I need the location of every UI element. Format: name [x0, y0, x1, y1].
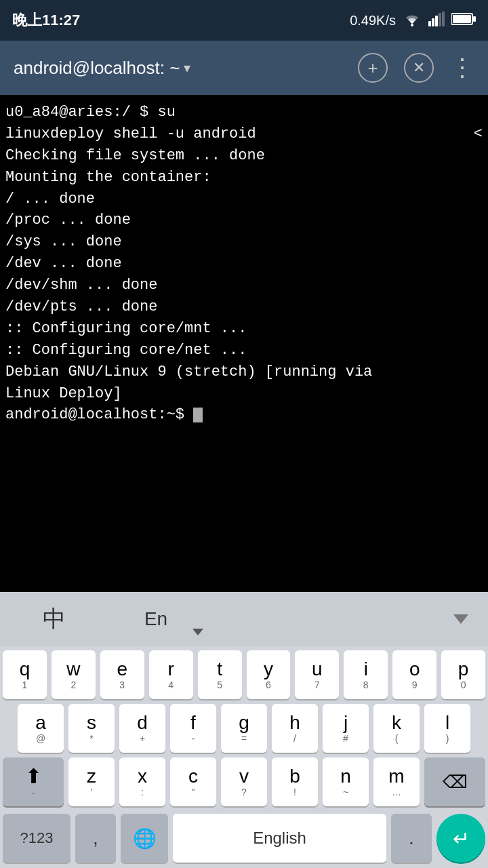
key-b[interactable]: b! [272, 757, 318, 806]
key-i[interactable]: i8 [344, 650, 388, 699]
terminal-header: android@localhost: ~ ▾ + ✕ ⋮ [0, 41, 488, 95]
status-time: 晚上11:27 [12, 10, 80, 31]
svg-rect-1 [428, 21, 431, 26]
more-menu-button[interactable]: ⋮ [450, 54, 474, 82]
terminal-title-text: android@localhost: ~ [14, 58, 180, 79]
wifi-icon [403, 12, 422, 30]
terminal-line: /dev ... done [5, 253, 483, 275]
globe-button[interactable]: 🌐 [121, 814, 168, 863]
svg-rect-7 [473, 16, 476, 22]
key-n[interactable]: n~ [323, 757, 369, 806]
key-j[interactable]: j# [323, 704, 369, 753]
terminal-line: /proc ... done [5, 210, 483, 231]
terminal-line: Debian GNU/Linux 9 (stretch) [running vi… [5, 361, 483, 383]
add-tab-button[interactable]: + [358, 53, 388, 83]
terminal-line: / ... done [5, 189, 483, 210]
ime-dropdown-button[interactable] [441, 599, 481, 639]
key-c[interactable]: c" [170, 757, 216, 806]
terminal-line: :: Configuring core/net ... [5, 340, 483, 361]
key-d[interactable]: d+ [119, 704, 165, 753]
ime-bar: 中 En [0, 592, 488, 646]
status-right: 0.49K/s [350, 12, 476, 30]
numbers-button[interactable]: ?123 [3, 814, 70, 863]
chevron-down-icon: ▾ [184, 60, 190, 76]
key-row-1: q1 w2 e3 r4 t5 y6 u7 i8 o9 p0 [3, 650, 485, 699]
key-t[interactable]: t5 [198, 650, 242, 699]
key-x[interactable]: x: [119, 757, 165, 806]
key-e[interactable]: e3 [100, 650, 144, 699]
key-m[interactable]: m… [373, 757, 420, 806]
key-k[interactable]: k( [373, 704, 420, 753]
key-row-2: a@ s* d+ f- g= h/ j# k( l) [3, 704, 485, 753]
terminal-line: Mounting the container: [5, 167, 483, 189]
status-bar: 晚上11:27 0.49K/s [0, 0, 488, 41]
terminal-body[interactable]: u0_a84@aries:/ $ su linuxdeploy shell -u… [0, 95, 488, 583]
space-key[interactable]: English [173, 814, 386, 863]
terminal-line: :: Configuring core/mnt ... [5, 318, 483, 340]
terminal-line: /dev/pts ... done [5, 296, 483, 318]
key-g[interactable]: g= [221, 704, 267, 753]
svg-rect-4 [439, 13, 441, 26]
terminal-line: u0_a84@aries:/ $ su [5, 102, 483, 123]
key-r[interactable]: r4 [149, 650, 193, 699]
bottom-row: ?123 , 🌐 English . ↵ [0, 814, 488, 868]
svg-rect-8 [453, 15, 471, 23]
key-z[interactable]: z' [68, 757, 115, 806]
header-actions: + ✕ ⋮ [358, 53, 474, 83]
key-p[interactable]: p0 [441, 650, 485, 699]
key-f[interactable]: f- [170, 704, 216, 753]
ime-chinese-button[interactable]: 中 [7, 599, 102, 639]
terminal-line: linuxdeploy shell -u android< [5, 123, 483, 145]
key-h[interactable]: h/ [272, 704, 318, 753]
period-key[interactable]: . [391, 814, 432, 863]
keys-container: q1 w2 e3 r4 t5 y6 u7 i8 o9 p0 a@ s* d+ f… [0, 646, 488, 814]
comma-key[interactable]: , [75, 814, 116, 863]
svg-marker-9 [453, 614, 468, 624]
signal-icon [428, 12, 445, 30]
key-y[interactable]: y6 [247, 650, 291, 699]
backspace-button[interactable]: ⌫ [424, 757, 485, 806]
key-o[interactable]: o9 [392, 650, 436, 699]
key-u[interactable]: u7 [295, 650, 339, 699]
enter-button[interactable]: ↵ [436, 814, 485, 863]
keyboard-area: 中 En q1 w2 e3 r4 t5 y6 u7 i8 o9 p0 a@ [0, 592, 488, 868]
key-l[interactable]: l) [424, 704, 470, 753]
svg-rect-3 [435, 16, 438, 26]
svg-rect-5 [442, 12, 445, 26]
terminal-line: /sys ... done [5, 231, 483, 253]
svg-point-0 [411, 24, 413, 26]
close-button[interactable]: ✕ [404, 53, 434, 83]
terminal-title[interactable]: android@localhost: ~ ▾ [14, 58, 190, 79]
network-speed: 0.49K/s [350, 13, 396, 28]
key-row-3: ⬆ - z' x: c" v? b! n~ m… ⌫ [3, 757, 485, 806]
terminal-prompt-line: android@localhost:~$ [5, 404, 483, 426]
key-w[interactable]: w2 [52, 650, 96, 699]
terminal-line: Checking file system ... done [5, 145, 483, 167]
key-q[interactable]: q1 [3, 650, 47, 699]
key-a[interactable]: a@ [18, 704, 64, 753]
enter-icon: ↵ [453, 827, 470, 850]
terminal-line: Linux Deploy] [5, 383, 483, 405]
ime-english-button[interactable]: En [102, 599, 210, 639]
svg-rect-2 [432, 18, 434, 26]
globe-icon: 🌐 [133, 827, 157, 850]
key-v[interactable]: v? [221, 757, 267, 806]
battery-icon [451, 12, 476, 29]
key-s[interactable]: s* [68, 704, 115, 753]
terminal-line: /dev/shm ... done [5, 275, 483, 296]
shift-button[interactable]: ⬆ - [3, 757, 64, 806]
